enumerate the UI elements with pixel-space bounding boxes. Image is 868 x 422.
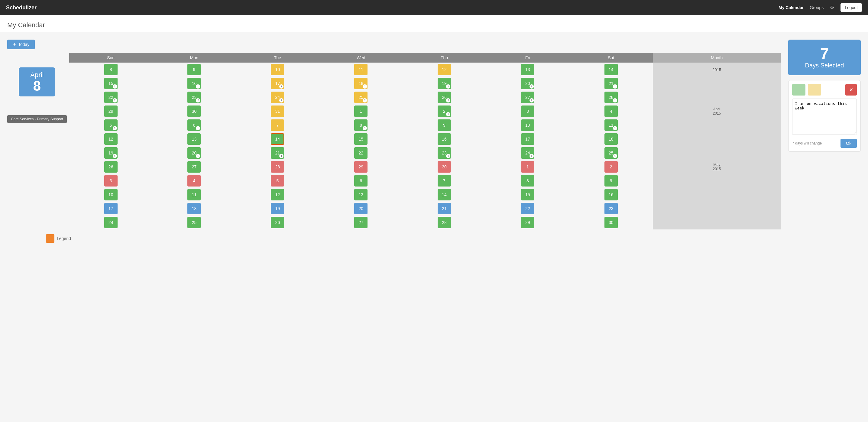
day-22b[interactable]: 22 [521, 203, 534, 214]
day-9b[interactable]: 9 [604, 175, 618, 186]
day-14a[interactable]: 14 [604, 64, 618, 75]
day-21[interactable]: 211 [604, 78, 618, 89]
day-1a[interactable]: 1 [354, 106, 368, 117]
delete-button[interactable]: ✕ [845, 84, 857, 95]
day-9[interactable]: 9 [187, 64, 201, 75]
event-note-input[interactable]: I am on vacations this week [792, 98, 857, 135]
nav-groups[interactable]: Groups [810, 5, 824, 10]
empty-month [653, 77, 781, 90]
day-8[interactable]: 8 [104, 64, 118, 75]
day-6b[interactable]: 6 [354, 175, 368, 186]
day-19b[interactable]: 19 [271, 203, 284, 214]
day-19a[interactable]: 191 [104, 147, 118, 159]
day-17[interactable]: 171 [271, 78, 284, 89]
ok-button[interactable]: Ok [840, 139, 857, 148]
day-16b[interactable]: 16 [604, 189, 618, 201]
day-11b[interactable]: 11 [187, 189, 201, 201]
day-13b[interactable]: 13 [354, 189, 368, 201]
day-20a[interactable]: 201 [187, 147, 201, 159]
day-8a[interactable]: 81 [354, 119, 368, 131]
day-24[interactable]: 242 [271, 92, 284, 103]
day-26a[interactable]: 26 [104, 161, 118, 173]
day-22a[interactable]: 22 [354, 147, 368, 159]
day-30[interactable]: 30 [187, 106, 201, 117]
color-row: ✕ [792, 84, 857, 95]
day-16[interactable]: 161 [187, 78, 201, 89]
day-30b[interactable]: 30 [604, 217, 618, 228]
day-5a[interactable]: 51 [104, 119, 118, 131]
day-15a[interactable]: 15 [354, 133, 368, 145]
day-2a[interactable]: 21 [438, 106, 451, 117]
day-10b[interactable]: 10 [104, 189, 118, 201]
day-9a[interactable]: 9 [438, 119, 451, 131]
day-7b[interactable]: 7 [438, 175, 451, 186]
day-29[interactable]: 29 [104, 106, 118, 117]
day-23b[interactable]: 23 [604, 203, 618, 214]
day-28a[interactable]: 281 [604, 92, 618, 103]
day-25[interactable]: 252 [354, 92, 368, 103]
settings-icon[interactable]: ⚙ [830, 4, 834, 11]
day-14-today[interactable]: 14 [271, 133, 284, 145]
day-27[interactable]: 272 [521, 92, 534, 103]
day-25b[interactable]: 25 [187, 217, 201, 228]
day-30a[interactable]: 30 [438, 161, 451, 173]
day-28c[interactable]: 28 [438, 217, 451, 228]
day-29b[interactable]: 29 [521, 217, 534, 228]
day-20b[interactable]: 20 [354, 203, 368, 214]
day-11[interactable]: 11 [354, 64, 368, 75]
day-15b[interactable]: 15 [521, 189, 534, 201]
day-13[interactable]: 13 [521, 64, 534, 75]
day-3a[interactable]: 3 [521, 106, 534, 117]
day-5b[interactable]: 5 [271, 175, 284, 186]
april-2015-label: April2015 [653, 104, 781, 118]
day-18a[interactable]: 18 [604, 133, 618, 145]
day-2b[interactable]: 2 [604, 161, 618, 173]
day-27a[interactable]: 27 [187, 161, 201, 173]
day-14b[interactable]: 14 [438, 189, 451, 201]
day-19[interactable]: 191 [438, 78, 451, 89]
day-29a[interactable]: 29 [354, 161, 368, 173]
day-4b[interactable]: 4 [187, 175, 201, 186]
day-24a[interactable]: 241 [521, 147, 534, 159]
day-21a[interactable]: 211 [271, 147, 284, 159]
day-27b[interactable]: 27 [354, 217, 368, 228]
day-1b[interactable]: 1 [521, 161, 534, 173]
day-17b[interactable]: 17 [104, 203, 118, 214]
day-4a[interactable]: 4 [604, 106, 618, 117]
day-12b[interactable]: 12 [271, 189, 284, 201]
day-3b[interactable]: 3 [104, 175, 118, 186]
day-25a[interactable]: 251 [604, 147, 618, 159]
day-17a[interactable]: 17 [521, 133, 534, 145]
nav-my-calendar[interactable]: My Calendar [779, 5, 804, 10]
day-13a[interactable]: 13 [187, 133, 201, 145]
today-button[interactable]: ✈ Today [7, 39, 35, 49]
day-20[interactable]: 201 [521, 78, 534, 89]
day-12[interactable]: 12 [438, 64, 451, 75]
col-wed: Wed [319, 53, 403, 63]
day-23a[interactable]: 231 [438, 147, 451, 159]
day-21b[interactable]: 21 [438, 203, 451, 214]
day-26b[interactable]: 26 [271, 217, 284, 228]
day-18[interactable]: 181 [354, 78, 368, 89]
day-8b[interactable]: 8 [521, 175, 534, 186]
day-16a[interactable]: 16 [438, 133, 451, 145]
day-12a[interactable]: 12 [104, 133, 118, 145]
day-11a[interactable]: 111 [604, 119, 618, 131]
color-yellow-swatch[interactable] [808, 84, 821, 95]
color-green-swatch[interactable] [792, 84, 805, 95]
day-6a[interactable]: 61 [187, 119, 201, 131]
day-26[interactable]: 262 [438, 92, 451, 103]
days-count: 7 [794, 46, 855, 61]
day-22[interactable]: 222 [104, 92, 118, 103]
day-10[interactable]: 10 [271, 64, 284, 75]
logout-button[interactable]: Logout [840, 3, 862, 12]
day-7a[interactable]: 7 [271, 119, 284, 131]
cal-wrapper: April 8 Core Services - Primary Support … [7, 53, 781, 230]
day-24b[interactable]: 24 [104, 217, 118, 228]
day-28b[interactable]: 28 [271, 161, 284, 173]
day-31[interactable]: 31 [271, 106, 284, 117]
day-10a[interactable]: 10 [521, 119, 534, 131]
day-15[interactable]: 151 [104, 78, 118, 89]
day-18b[interactable]: 18 [187, 203, 201, 214]
day-23[interactable]: 232 [187, 92, 201, 103]
